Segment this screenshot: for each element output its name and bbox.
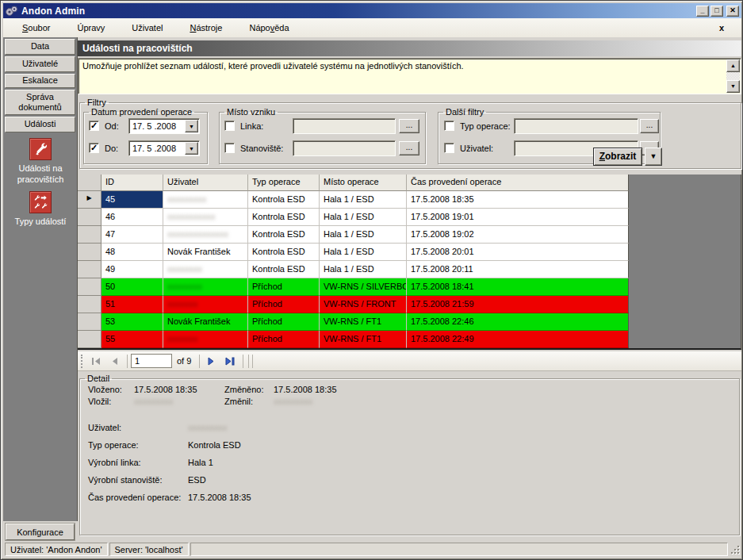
row-selector-cell[interactable] xyxy=(78,209,101,226)
title-bar[interactable]: Andon Admin _□✕ xyxy=(3,3,741,18)
table-row[interactable]: 46xxxxxxxxxxxKontrola ESDHala 1 / ESD17.… xyxy=(78,209,741,226)
table-row[interactable]: 51xxxxxxxPříchodVW-RNS / FRONT17.5.2008 … xyxy=(78,296,741,313)
cell-plaec[interactable]: VW-RNS / FT1 xyxy=(320,331,407,348)
cell-plaec[interactable]: Hala 1 / ESD xyxy=(320,226,407,244)
cell-id[interactable]: 53 xyxy=(101,313,163,331)
cell-time[interactable]: 17.5.2008 19:02 xyxy=(407,226,629,244)
maximize-icon[interactable]: □ xyxy=(710,6,723,17)
typ-operace-checkbox[interactable] xyxy=(444,121,454,131)
table-row[interactable]: 48Novák FrantišekKontrola ESDHala 1 / ES… xyxy=(78,244,741,261)
table-row[interactable]: 49xxxxxxxxKontrola ESDHala 1 / ESD17.5.2… xyxy=(78,261,741,278)
do-date-picker[interactable]: 17. 5 .2008 ▼ xyxy=(128,140,200,156)
menu-item-soubor[interactable]: Soubor xyxy=(14,21,58,35)
cell-time[interactable]: 17.5.2008 21:59 xyxy=(407,296,629,313)
grid-column-header[interactable]: Čas provedení operace xyxy=(407,175,629,191)
prev-page-icon[interactable] xyxy=(105,353,122,369)
uzivatel-checkbox[interactable] xyxy=(444,143,454,153)
cell-type[interactable]: Kontrola ESD xyxy=(248,226,320,244)
zobrazit-button[interactable]: Zobrazit xyxy=(593,148,642,166)
minimize-icon[interactable]: _ xyxy=(696,6,709,17)
cell-time[interactable]: 17.5.2008 22:49 xyxy=(407,331,629,348)
cell-user[interactable]: xxxxxxxxxxx xyxy=(163,209,248,226)
sidebar-item-ud-losti[interactable]: Události xyxy=(5,117,75,132)
toolbar-grip[interactable] xyxy=(81,355,82,368)
sidebar-item-workplace-events[interactable]: Události na pracovištích xyxy=(3,138,78,186)
row-selector-cell[interactable] xyxy=(78,278,101,296)
row-selector-cell[interactable] xyxy=(78,313,101,331)
table-row[interactable]: 55xxxxxxxPříchodVW-RNS / FT117.5.2008 22… xyxy=(78,331,741,348)
sidebar-item-u-ivatel-[interactable]: Uživatelé xyxy=(5,56,75,72)
stanoviste-field[interactable] xyxy=(293,140,396,156)
cell-type[interactable]: Kontrola ESD xyxy=(248,191,320,209)
resize-grip[interactable] xyxy=(730,544,740,554)
menu-item-úpravy[interactable]: Úpravy xyxy=(69,21,113,35)
last-page-icon[interactable] xyxy=(221,353,238,369)
cell-user[interactable]: xxxxxxx xyxy=(163,296,248,313)
zobrazit-dropdown-icon[interactable]: ▼ xyxy=(645,148,662,166)
row-selector-cell[interactable] xyxy=(78,244,101,261)
mdi-close-icon[interactable]: x xyxy=(719,23,730,33)
od-checkbox[interactable]: ✓ xyxy=(89,121,99,131)
row-selector-cell[interactable] xyxy=(78,296,101,313)
cell-type[interactable]: Kontrola ESD xyxy=(248,244,320,261)
cell-id[interactable]: 50 xyxy=(101,278,163,296)
od-dropdown-icon[interactable]: ▼ xyxy=(185,120,198,132)
stanoviste-checkbox[interactable] xyxy=(224,143,235,153)
scroll-down-icon[interactable]: ▼ xyxy=(726,80,740,93)
stanoviste-browse-button[interactable]: ... xyxy=(399,141,419,155)
cell-type[interactable]: Příchod xyxy=(248,331,320,348)
cell-id[interactable]: 51 xyxy=(101,296,163,313)
row-selector-cell[interactable] xyxy=(78,226,101,244)
sidebar-item-eskalace[interactable]: Eskalace xyxy=(5,74,75,88)
cell-type[interactable]: Kontrola ESD xyxy=(248,209,320,226)
cell-id[interactable]: 47 xyxy=(101,226,163,244)
row-selector-cell[interactable]: ▶ xyxy=(78,191,101,209)
cell-plaec[interactable]: VW-RNS / FT1 xyxy=(320,313,407,331)
table-row[interactable]: 47xxxxxxxxxxxxxxKontrola ESDHala 1 / ESD… xyxy=(78,226,741,244)
cell-user[interactable]: xxxxxxxxxxxxxx xyxy=(163,226,248,244)
cell-plaec[interactable]: Hala 1 / ESD xyxy=(320,261,407,278)
cell-time[interactable]: 17.5.2008 18:41 xyxy=(407,278,629,296)
description-scrollbar[interactable]: ▲ ▼ xyxy=(726,59,740,93)
grid-column-header[interactable]: Uživatel xyxy=(163,175,248,191)
cell-type[interactable]: Příchod xyxy=(248,313,320,331)
cell-user[interactable]: xxxxxxx xyxy=(163,331,248,348)
menu-item-nápověda[interactable]: Nápověda xyxy=(241,21,297,35)
menu-item-uživatel[interactable]: Uživatel xyxy=(124,21,170,35)
page-number-input[interactable]: 1 xyxy=(131,354,172,368)
sidebar-item-data[interactable]: Data xyxy=(5,39,75,55)
cell-type[interactable]: Příchod xyxy=(248,296,320,313)
cell-plaec[interactable]: VW-RNS / FRONT xyxy=(320,296,407,313)
cell-id[interactable]: 48 xyxy=(101,244,163,261)
row-selector-cell[interactable] xyxy=(78,261,101,278)
cell-user[interactable]: Novák František xyxy=(163,244,248,261)
cell-plaec[interactable]: Hala 1 / ESD xyxy=(320,209,407,226)
sidebar-item-event-types[interactable]: Typy událostí xyxy=(3,191,78,228)
scroll-track[interactable] xyxy=(726,72,740,80)
linka-field[interactable] xyxy=(293,118,396,134)
sidebar-item-spr-va-dokument-[interactable]: Správa dokumentů xyxy=(5,90,75,115)
cell-type[interactable]: Příchod xyxy=(248,278,320,296)
cell-time[interactable]: 17.5.2008 22:46 xyxy=(407,313,629,331)
grid-column-header[interactable]: Místo operace xyxy=(320,175,407,191)
cell-user[interactable]: xxxxxxxx xyxy=(163,261,248,278)
cell-user[interactable]: xxxxxxxxx xyxy=(163,191,248,209)
typ-operace-field[interactable] xyxy=(514,118,638,134)
cell-user[interactable]: xxxxxxxx xyxy=(163,278,248,296)
cell-id[interactable]: 45 xyxy=(101,191,163,209)
table-row[interactable]: 50xxxxxxxxPříchodVW-RNS / SILVERBOX17.5.… xyxy=(78,278,741,296)
sidebar-item-konfigurace[interactable]: Konfigurace xyxy=(6,524,75,540)
cell-id[interactable]: 55 xyxy=(101,331,163,348)
table-row[interactable]: ▶45xxxxxxxxxKontrola ESDHala 1 / ESD17.5… xyxy=(78,191,741,209)
cell-time[interactable]: 17.5.2008 19:01 xyxy=(407,209,629,226)
do-dropdown-icon[interactable]: ▼ xyxy=(185,142,198,155)
cell-time[interactable]: 17.5.2008 18:35 xyxy=(407,191,629,209)
cell-time[interactable]: 17.5.2008 20:01 xyxy=(407,244,629,261)
cell-type[interactable]: Kontrola ESD xyxy=(248,261,320,278)
grid-column-header[interactable]: ID xyxy=(101,175,163,191)
cell-plaec[interactable]: Hala 1 / ESD xyxy=(320,244,407,261)
cell-plaec[interactable]: VW-RNS / SILVERBOX xyxy=(320,278,407,296)
do-checkbox[interactable]: ✓ xyxy=(89,143,99,153)
first-page-icon[interactable] xyxy=(87,353,104,369)
close-icon[interactable]: ✕ xyxy=(726,6,739,17)
